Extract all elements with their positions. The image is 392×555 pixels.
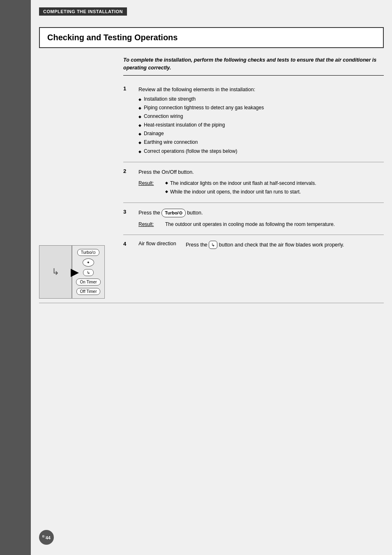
step-3: 3 Press the Turbo/⊙ button. Result: The …	[123, 203, 384, 235]
step-2-result-content: The indicator lights on the indoor unit …	[165, 180, 316, 197]
step-2-result-label: Result:	[138, 180, 161, 187]
turbo-button-inline: Turbo/⊙	[161, 209, 185, 218]
step-3-result-label: Result:	[138, 221, 161, 228]
step-3-result: Result: The outdoor unit operates in coo…	[138, 221, 384, 228]
title-box: Checking and Testing Operations	[39, 27, 384, 48]
step-1-number: 1	[123, 85, 132, 156]
step-4-desc: Press the ↳ button and check that the ai…	[186, 241, 344, 249]
step-4-right: 4 Air flow direction Press the ↳ button …	[121, 235, 384, 303]
main-content: Completing the Installation Checking and…	[31, 0, 392, 555]
airflow-icon: ↳	[52, 267, 59, 277]
step-1-content: Review all the following elements in the…	[138, 85, 384, 156]
remote-circle-btn: ✦	[83, 258, 94, 267]
step-3-result-content: The outdoor unit operates in cooling mod…	[165, 221, 335, 228]
step-2-result-bullet-1: The indicator lights on the indoor unit …	[165, 180, 316, 187]
remote-ontimer-btn: On Timer	[76, 279, 100, 286]
bullet-7: Correct operations (follow the steps bel…	[138, 147, 384, 155]
step-3-number: 3	[123, 209, 132, 229]
bullet-4: Heat-resistant insulation of the piping	[138, 121, 384, 129]
intro-text: To complete the installation, perform th…	[123, 56, 384, 76]
left-sidebar	[0, 0, 31, 555]
step-2-content: Press the On/Off button. Result: The ind…	[138, 168, 384, 197]
step-1-title: Review all the following elements in the…	[138, 85, 384, 94]
bullet-6: Earthing wire connection	[138, 138, 384, 146]
step-3-title: Press the Turbo/⊙ button.	[138, 209, 384, 218]
step-4-section: ↳ ▶ Turbo/⊙ ✦ ↳ On Timer Off Timer	[39, 235, 384, 303]
step-2: 2 Press the On/Off button. Result: The i…	[123, 162, 384, 203]
step-1: 1 Review all the following elements in t…	[123, 80, 384, 162]
right-column: To complete the installation, perform th…	[121, 56, 384, 235]
header-section: Completing the Installation	[31, 0, 392, 20]
step-3-content: Press the Turbo/⊙ button. Result: The ou…	[138, 209, 384, 229]
step-4-label: Air flow direction	[138, 241, 180, 246]
arrow-icon: ▶	[71, 265, 79, 278]
bullet-1: Installation site strength	[138, 95, 384, 103]
page-badge: E·44	[39, 530, 54, 545]
page-title: Checking and Testing Operations	[47, 33, 376, 42]
step-2-number: 2	[123, 168, 132, 197]
bullet-5: Drainage	[138, 130, 384, 138]
bullet-3: Connection wiring	[138, 113, 384, 120]
step-2-result-bullet-2: While the indoor unit opens, the indoor …	[165, 188, 316, 196]
header-tab: Completing the Installation	[39, 7, 127, 16]
remote-turbo-btn: Turbo/⊙	[77, 249, 100, 256]
bullet-2: Piping connection tightness to detect an…	[138, 104, 384, 112]
airflow-btn-inline: ↳	[209, 241, 217, 249]
step-4-number: 4	[123, 241, 132, 249]
header-tab-label: Completing the Installation	[43, 9, 123, 14]
step-2-result: Result: The indicator lights on the indo…	[138, 180, 384, 197]
remote-airflow-btn: ↳	[83, 269, 94, 276]
step-2-title: Press the On/Off button.	[138, 168, 384, 176]
page-number: E·44	[42, 534, 51, 540]
content-area: To complete the installation, perform th…	[39, 56, 384, 235]
step-4-content: Air flow direction Press the ↳ button an…	[138, 241, 344, 249]
left-column	[39, 56, 121, 235]
remote-illustration: ↳ ▶ Turbo/⊙ ✦ ↳ On Timer Off Timer	[39, 245, 115, 299]
step-1-bullets: Installation site strength Piping connec…	[138, 95, 384, 155]
step-4-image-area: ↳ ▶ Turbo/⊙ ✦ ↳ On Timer Off Timer	[39, 235, 121, 303]
ac-unit-panel: ↳ ▶	[39, 245, 72, 299]
step-4-inner: 4 Air flow direction Press the ↳ button …	[123, 241, 384, 249]
remote-offtimer-btn: Off Timer	[76, 288, 101, 295]
